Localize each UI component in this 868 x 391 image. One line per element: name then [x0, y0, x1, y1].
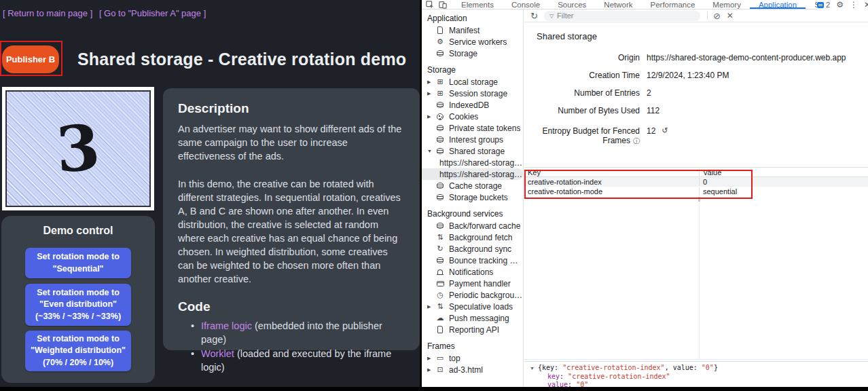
sidebar-item-back-forward-cache[interactable]: Back/forward cache [422, 220, 523, 231]
sidebar-item-speculative-loads[interactable]: ▶⇅Speculative loads [422, 301, 523, 312]
sidebar-item-indexeddb[interactable]: IndexedDB [422, 99, 523, 111]
field-number-of-bytes: Number of Bytes Used 112 [524, 106, 868, 124]
sidebar-item-notifications[interactable]: Notifications [422, 266, 523, 278]
sidebar-item-frame-ad3[interactable]: ▶⊡ad-3.html [422, 364, 523, 375]
button-line: Set rotation mode to [25, 333, 131, 346]
column-header-key[interactable]: Key [524, 168, 699, 176]
database-icon [435, 183, 445, 189]
sidebar-item-service-workers[interactable]: ⚙Service workers [422, 36, 523, 48]
sidebar-item-session-storage[interactable]: ▶⊞Session storage [422, 88, 523, 99]
publisher-a-page-link[interactable]: [ Go to "Publisher A" page ] [99, 8, 206, 18]
column-header-value[interactable]: Value [699, 168, 868, 176]
devtools-tabs: Elements Console Sources Network Perform… [452, 0, 868, 9]
tab-sources[interactable]: Sources [549, 0, 595, 9]
sidebar-item-cache-storage[interactable]: Cache storage [422, 180, 523, 191]
tab-memory[interactable]: Memory [704, 0, 750, 9]
button-line: Set rotation mode to [25, 287, 131, 299]
sidebar-item-background-sync[interactable]: ↻Background sync [422, 243, 523, 255]
worklet-link[interactable]: Worklet [201, 348, 234, 359]
entry-preview-pane: ▼{key: "creative-rotation-index", value:… [524, 361, 868, 387]
field-number-of-entries: Number of Entries 2 [524, 88, 868, 106]
sidebar-item-manifest[interactable]: Manifest [422, 24, 523, 36]
sidebar-item-storage-buckets[interactable]: Storage buckets [422, 191, 523, 203]
publisher-b-button[interactable]: Publisher B [2, 45, 59, 73]
sidebar-item-private-state-tokens[interactable]: Private state tokens [422, 122, 523, 134]
button-line: "Sequential" [25, 263, 131, 276]
description-paragraph-1: An advertiser may want to show different… [178, 122, 405, 163]
set-weighted-distribution-button[interactable]: Set rotation mode to "Weighted distribut… [25, 331, 131, 371]
sidebar-item-frame-top[interactable]: ▶▭top [422, 352, 523, 364]
tab-network[interactable]: Network [595, 0, 641, 9]
issues-counter[interactable]: 2 [817, 1, 830, 9]
sidebar-item-push-messaging[interactable]: ☁Push messaging [422, 312, 523, 324]
section-storage: Storage [422, 64, 523, 76]
database-icon [435, 102, 445, 108]
tab-console[interactable]: Console [503, 0, 549, 9]
chevron-right-icon[interactable]: ▶ [427, 114, 435, 119]
tab-application[interactable]: Application [750, 0, 806, 9]
refresh-icon[interactable]: ↻ [530, 12, 538, 20]
sidebar-item-bounce-tracking[interactable]: Bounce tracking mitiga... [422, 255, 523, 266]
filter-box[interactable]: ▽ [544, 11, 700, 21]
clear-block-icon[interactable]: ⊘ [713, 12, 721, 20]
sidebar-item-local-storage[interactable]: ▶⊞Local storage [422, 76, 523, 88]
table-row[interactable]: creative-rotation-index 0 [524, 177, 868, 187]
kebab-menu-icon[interactable]: ⋮ [850, 1, 858, 9]
page-title: Shared storage - Creative rotation demo [77, 50, 406, 69]
table-icon: ⊞ [435, 90, 445, 97]
filter-input[interactable] [557, 12, 695, 20]
chevron-right-icon[interactable]: ▶ [427, 91, 435, 96]
close-devtools-icon[interactable]: ✕ [864, 1, 868, 9]
sidebar-item-reporting-api[interactable]: Reporting API [422, 324, 523, 335]
set-sequential-button[interactable]: Set rotation mode to "Sequential" [25, 248, 131, 278]
sidebar-item-cookies[interactable]: ▶Cookies [422, 111, 523, 122]
inspect-element-icon[interactable] [426, 1, 434, 9]
tab-elements[interactable]: Elements [452, 0, 503, 9]
return-main-page-link[interactable]: [ Return to main page ] [3, 8, 92, 18]
chevron-down-icon[interactable]: ▼ [530, 365, 538, 373]
sidebar-item-payment-handler[interactable]: Payment handler [422, 278, 523, 289]
button-line: (~33% / ~33% / ~33%) [25, 311, 131, 323]
table-row[interactable]: creative-rotation-mode sequential [524, 187, 868, 196]
sidebar-item-shared-storage-origin-1[interactable]: https://shared-storage-d... [422, 157, 523, 168]
set-even-distribution-button[interactable]: Set rotation mode to "Even distribution"… [25, 284, 131, 326]
sidebar-item-background-fetch[interactable]: ⇅Background fetch [422, 231, 523, 243]
iframe-logic-link[interactable]: Iframe logic [201, 320, 252, 331]
info-icon[interactable]: ⓘ [633, 137, 640, 145]
device-toolbar-icon[interactable] [439, 1, 447, 9]
chevron-right-icon[interactable]: ▶ [427, 356, 435, 361]
reset-budget-icon[interactable]: ↺ [662, 126, 668, 135]
bell-icon [435, 269, 445, 274]
devtools-right-controls: 2 ⚙ ⋮ ✕ [817, 0, 868, 10]
delete-selected-icon[interactable]: ✕ [727, 12, 734, 20]
top-nav-links: [ Return to main page ] [ Go to "Publish… [3, 8, 210, 18]
sidebar-item-periodic-background-sync[interactable]: ◷Periodic background s... [422, 289, 523, 301]
service-worker-gear-icon: ⚙ [435, 38, 445, 45]
application-sidebar: Application Manifest ⚙Service workers St… [422, 10, 524, 387]
toolbar-divider [707, 12, 708, 20]
chevron-right-icon[interactable]: ▶ [427, 367, 435, 373]
button-line: (70% / 20% / 10%) [25, 357, 131, 369]
section-frames: Frames [422, 341, 523, 352]
description-heading: Description [178, 101, 405, 116]
chevron-right-icon[interactable]: ▶ [427, 79, 435, 85]
sidebar-item-storage[interactable]: Storage [422, 48, 523, 59]
filter-funnel-icon: ▽ [549, 13, 554, 19]
button-line: "Weighted distribution" [25, 345, 131, 357]
code-list-item: Worklet (loaded and executed by the ifra… [201, 347, 405, 374]
cloud-icon: ☁ [435, 314, 445, 322]
settings-gear-icon[interactable]: ⚙ [836, 1, 844, 9]
chevron-right-icon[interactable]: ▶ [427, 304, 435, 310]
database-icon [435, 148, 445, 154]
chevron-down-icon[interactable]: ▼ [427, 149, 435, 153]
cookie-icon [435, 113, 445, 120]
key-value-table: Key Value creative-rotation-index 0 crea… [524, 167, 868, 196]
field-origin: Origin https://shared-storage-demo-conte… [524, 53, 868, 71]
tab-performance[interactable]: Performance [642, 0, 704, 9]
database-icon [435, 136, 445, 143]
sidebar-item-shared-storage-origin-2-selected[interactable]: https://shared-storage-d... [422, 168, 523, 180]
sidebar-item-interest-groups[interactable]: Interest groups [422, 134, 523, 145]
arrows-updown-icon: ⇅ [435, 303, 445, 310]
frame-icon: ▭ [435, 354, 445, 362]
sidebar-item-shared-storage[interactable]: ▼Shared storage [422, 145, 523, 157]
